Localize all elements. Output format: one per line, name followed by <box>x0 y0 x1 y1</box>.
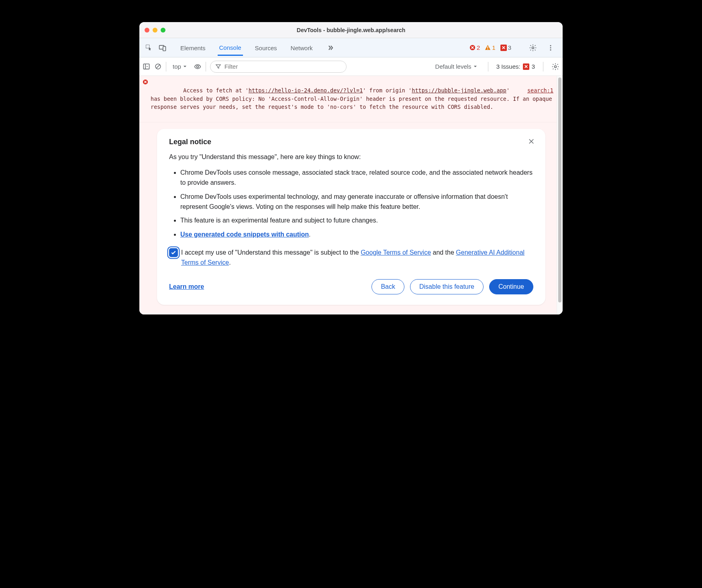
chevron-down-icon <box>473 64 478 69</box>
back-button[interactable]: Back <box>371 279 404 294</box>
tab-console[interactable]: Console <box>218 39 243 56</box>
filter-input-wrapper[interactable] <box>210 61 347 73</box>
error-url-1[interactable]: https://hello-io-24.deno.dev/?lvl=1 <box>249 87 363 94</box>
google-tos-link[interactable]: Google Terms of Service <box>361 249 431 256</box>
legal-notice-list: Chrome DevTools uses console message, as… <box>169 168 533 240</box>
svg-point-6 <box>532 47 534 49</box>
card-footer: Learn more Back Disable this feature Con… <box>169 279 533 294</box>
window-zoom[interactable] <box>161 28 165 33</box>
error-count-value: 2 <box>477 44 480 51</box>
window-close[interactable] <box>145 28 149 33</box>
console-settings-icon[interactable] <box>551 63 559 71</box>
svg-rect-10 <box>143 64 149 69</box>
console-toolbar: top Default levels 3 Issues: ✕ 3 <box>139 57 563 76</box>
accept-label: I accept my use of "Understand this mess… <box>181 248 533 268</box>
continue-button[interactable]: Continue <box>489 279 533 294</box>
source-link[interactable]: search:1 <box>527 86 553 94</box>
issues-label: 3 Issues: <box>496 63 520 70</box>
filter-icon <box>215 63 221 69</box>
tab-elements[interactable]: Elements <box>179 40 207 55</box>
accept-row: I accept my use of "Understand this mess… <box>169 248 533 268</box>
filter-input[interactable] <box>224 63 341 70</box>
error-text-pre: Access to fetch at ' <box>183 87 249 94</box>
context-select[interactable]: top <box>170 62 190 71</box>
legal-notice-intro: As you try "Understand this message", he… <box>169 153 533 161</box>
issues-count: 3 <box>532 63 535 70</box>
svg-point-9 <box>550 49 551 50</box>
tab-network[interactable]: Network <box>289 40 314 55</box>
devtools-window: DevTools - bubble-jingle.web.app/search … <box>139 22 563 314</box>
window-title: DevTools - bubble-jingle.web.app/search <box>139 27 563 33</box>
live-expression-icon[interactable] <box>194 63 202 71</box>
status-badges: 2 1 ✕ 3 <box>468 44 513 51</box>
sidebar-toggle-icon[interactable] <box>143 63 150 70</box>
accept-checkbox[interactable] <box>169 248 178 257</box>
learn-more-link[interactable]: Learn more <box>169 283 204 290</box>
more-menu-icon[interactable] <box>545 42 556 53</box>
clear-console-icon[interactable] <box>154 63 162 70</box>
svg-rect-4 <box>488 47 488 49</box>
svg-point-8 <box>550 47 551 48</box>
more-tabs-icon[interactable] <box>325 42 336 53</box>
list-item: Chrome DevTools uses console message, as… <box>180 168 533 188</box>
window-minimize[interactable] <box>153 28 157 33</box>
svg-rect-2 <box>163 46 166 51</box>
scrollthumb[interactable] <box>558 78 561 302</box>
devtools-tabstrip: Elements Console Sources Network 2 1 ✕ 3 <box>139 38 563 57</box>
tab-sources[interactable]: Sources <box>253 40 279 55</box>
error-count[interactable]: 2 <box>468 44 482 51</box>
caution-link[interactable]: Use generated code snippets with caution <box>180 231 309 238</box>
svg-point-14 <box>196 65 198 67</box>
svg-line-13 <box>156 65 160 69</box>
traffic-lights <box>145 28 165 33</box>
context-value: top <box>173 63 181 70</box>
log-levels-select[interactable]: Default levels <box>433 62 480 71</box>
issue-count-value: 3 <box>508 44 511 51</box>
legal-notice-card: Legal notice As you try "Understand this… <box>157 129 545 304</box>
cors-error-message[interactable]: search:1Access to fetch at 'https://hell… <box>139 76 557 122</box>
list-item: Use generated code snippets with caution… <box>180 230 533 240</box>
accept-text-mid: and the <box>431 249 456 256</box>
list-item: Chrome DevTools uses experimental techno… <box>180 192 533 212</box>
close-icon[interactable] <box>528 138 535 145</box>
scrollbar[interactable] <box>557 76 563 314</box>
console-content: search:1Access to fetch at 'https://hell… <box>139 76 563 314</box>
error-text-mid: ' from origin ' <box>363 87 412 94</box>
svg-rect-5 <box>488 49 488 49</box>
levels-label: Default levels <box>435 63 471 70</box>
device-toolbar-icon[interactable] <box>157 42 168 53</box>
disable-button[interactable]: Disable this feature <box>410 279 484 294</box>
chevron-down-icon <box>183 64 187 69</box>
error-url-2[interactable]: https://bubble-jingle.web.app <box>412 87 506 94</box>
warning-count[interactable]: 1 <box>483 44 497 51</box>
titlebar: DevTools - bubble-jingle.web.app/search <box>139 22 563 38</box>
issue-count[interactable]: ✕ 3 <box>499 44 513 51</box>
issues-summary[interactable]: 3 Issues: ✕ 3 <box>496 63 535 70</box>
legal-notice-title: Legal notice <box>169 138 533 146</box>
inspect-icon[interactable] <box>143 42 155 53</box>
error-icon <box>143 79 148 119</box>
list-item: This feature is an experimental feature … <box>180 216 533 226</box>
accept-text-pre: I accept my use of "Understand this mess… <box>181 249 361 256</box>
svg-point-15 <box>555 65 557 67</box>
svg-point-7 <box>550 45 551 46</box>
warning-count-value: 1 <box>492 44 495 51</box>
panel-tabs: Elements Console Sources Network <box>179 39 336 56</box>
settings-icon[interactable] <box>527 42 539 53</box>
